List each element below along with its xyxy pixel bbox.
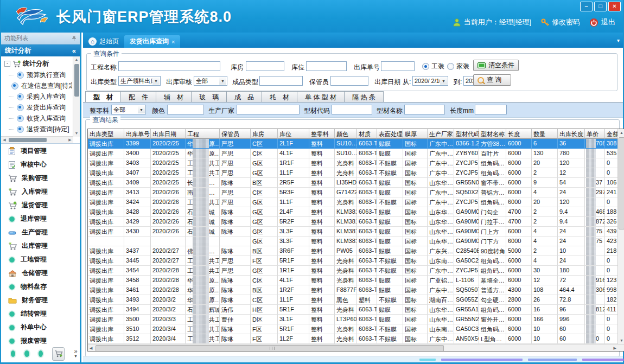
column-header[interactable]: 型材名称	[479, 129, 506, 139]
table-row[interactable]: 调拨出库34372020/2/27佛…陈琳B区3R6F整料PW056063-T5…	[88, 246, 624, 256]
color-input[interactable]	[167, 105, 204, 114]
table-row[interactable]: 调拨出库34582020/2/28华原…陈琳C区4L1F整料光身料6063-T5…	[88, 276, 624, 285]
tab-home[interactable]: ⌂ 起始页	[83, 35, 124, 48]
column-header[interactable]: 工程	[186, 129, 220, 139]
column-header[interactable]: 整零料	[309, 129, 335, 139]
maximize-button[interactable]: □	[594, 2, 607, 11]
table-row[interactable]: 调拨出库35122020/3/4工共工程陈琳F区1L2F整料光身料6063-T5…	[88, 334, 624, 344]
table-row[interactable]: 调拨出库35002020/3/3工共工程曹佳D区3L1F整料LT3P606063…	[88, 315, 624, 324]
sidebar-menu-item[interactable]: 退货管理	[1, 199, 80, 212]
module-dot-icon[interactable]	[24, 350, 29, 357]
column-header[interactable]: 出库类型	[88, 129, 124, 139]
sidebar-menu-item[interactable]: 补单中心	[1, 321, 80, 334]
product-type-input[interactable]	[259, 76, 303, 86]
column-header[interactable]: 库位	[278, 129, 309, 139]
sidebar-menu-item[interactable]: 出库管理	[1, 239, 80, 253]
table-row[interactable]: 调拨出库34282020/2/26石城陈琳G区2L4F整料KLM38176063…	[88, 207, 624, 217]
warehouse-input[interactable]	[246, 61, 284, 71]
table-row[interactable]: 调拨出库34452020/2/27工共工程严思F区5R1F整料光身料6063-T…	[88, 256, 624, 266]
table-row[interactable]: 调拨出库35102020/3/4工共工程陈琳F区5R1F整料光身料6063-T5…	[88, 324, 624, 334]
profile-code-input[interactable]	[332, 105, 372, 114]
grid-horizontal-scrollbar[interactable]: ◀ ▶	[88, 344, 624, 352]
column-header[interactable]: 颜色	[335, 129, 357, 139]
material-tab[interactable]: 耗 材	[262, 91, 297, 103]
tabbar-overflow-icon[interactable]: ▾	[617, 37, 623, 43]
column-header[interactable]: 出库单号	[124, 129, 151, 139]
material-tab[interactable]: 隔 热 条	[345, 91, 384, 103]
sidebar-menu-item[interactable]: 工地管理	[1, 253, 80, 266]
module-dot-icon[interactable]	[11, 350, 15, 357]
sidebar-overflow-button[interactable]: »▼	[74, 349, 78, 359]
chevrons-left-icon[interactable]: «	[72, 47, 76, 55]
tab-shipment-outbound-query[interactable]: 发货出库查询 ×	[124, 35, 180, 48]
column-header[interactable]: 出库日期	[151, 129, 186, 139]
tree-horizontal-scrollbar[interactable]: ◀ ▶	[1, 136, 73, 143]
table-row[interactable]: 调拨出库34072020/2/25工共工程严思G区1L1F整料光身料6063-T…	[88, 168, 624, 178]
whole-piece-select[interactable]: 全部▼	[111, 105, 146, 114]
radio-industrial[interactable]: 工装	[422, 62, 444, 71]
column-header[interactable]: 出库长度	[558, 129, 585, 139]
table-row[interactable]: 调拨出库34132020/2/26南…严思C区5R3F整料G714226063-…	[88, 188, 624, 197]
date-from-select[interactable]: 2020/ 2/16▼	[412, 76, 448, 86]
table-row[interactable]: 调拨出库34242020/2/26工共工程严思G区1L1F整料光身料6063-T…	[88, 197, 624, 207]
table-row[interactable]: 调拨出库34292020/2/26石城陈琳G区5R2F整料KLM38176063…	[88, 217, 624, 227]
sidebar-menu-item[interactable]: 审核中心	[1, 158, 80, 171]
material-tab[interactable]: 配 件	[121, 91, 156, 103]
logout-button[interactable]: 退出	[589, 17, 615, 27]
sidebar-menu-item[interactable]: 项目管理	[1, 144, 80, 158]
material-tab[interactable]: 成 品	[227, 91, 262, 103]
column-header[interactable]: 数量	[532, 129, 558, 139]
sidebar-menu-item[interactable]: 物料盘存	[1, 280, 80, 293]
minimize-button[interactable]: –	[580, 2, 593, 11]
material-tab[interactable]: 辅 材	[156, 91, 192, 103]
tree-item[interactable]: 收货入库查询	[9, 113, 72, 124]
table-row[interactable]: 调拨出库34092020/2/25长…陈琳B区2R5F整料LI35HD6063-…	[88, 178, 624, 188]
table-row[interactable]: 调拨出库34932020/3/2华原…陈琳C区1L1F整料黑色塑料不贴膜国标湖南…	[88, 295, 624, 305]
cart-module-button[interactable]	[52, 347, 65, 361]
table-row[interactable]: 调拨出库34612020/2/28华原…陈琳B区1R2F整料F8877FT606…	[88, 285, 624, 295]
profile-name-input[interactable]	[404, 105, 445, 114]
table-row[interactable]: 调拨出库34002020/2/25华原…严思C区4L1F整料SU10…6063-…	[88, 149, 624, 158]
outbound-type-select[interactable]: 生产领料出库▼	[118, 76, 161, 86]
radio-home-decor[interactable]: 家装	[447, 62, 469, 71]
material-tab[interactable]: 玻 璃	[192, 91, 227, 103]
sidebar-menu-item[interactable]: 采购管理	[1, 171, 80, 185]
column-header[interactable]: 保管员	[220, 129, 251, 139]
table-row[interactable]: 调拨出库33992020/2/25华原…严思C区2L1F整料SU10…6063-…	[88, 139, 624, 149]
tree-item[interactable]: 预算执行查询	[9, 69, 72, 80]
tab-close-icon[interactable]: ×	[171, 39, 175, 45]
column-header[interactable]: 金额	[605, 129, 618, 139]
column-header[interactable]: 库房	[251, 129, 278, 139]
column-header[interactable]: 生产厂家	[428, 129, 454, 139]
column-header[interactable]: 单价	[585, 129, 605, 139]
search-button[interactable]: 查 询	[473, 74, 511, 86]
keeper-input[interactable]	[330, 76, 368, 86]
material-tab[interactable]: 型 材	[85, 91, 121, 103]
length-input[interactable]	[475, 105, 507, 114]
column-header[interactable]: 材质	[357, 129, 377, 139]
sidebar-menu-item[interactable]: 生产管理	[1, 226, 80, 239]
grid-vertical-scrollbar[interactable]: ▲ ▼	[617, 129, 624, 344]
module-dot-icon[interactable]	[39, 350, 43, 357]
sidebar-menu-item[interactable]: 财务管理	[1, 293, 80, 307]
sidebar-menu-item[interactable]: 退库管理	[1, 212, 80, 226]
pin-icon[interactable]	[72, 36, 77, 41]
tree-item[interactable]: 发货出库查询	[9, 102, 72, 113]
sidebar-menu-item[interactable]: 仓储管理	[1, 266, 80, 280]
location-input[interactable]	[306, 61, 347, 71]
sidebar-menu-item[interactable]: 报废管理	[1, 334, 80, 348]
sidebar-section-header[interactable]: 统计分析 «	[1, 44, 80, 56]
sidebar-menu-item[interactable]: 入库管理	[1, 185, 80, 199]
material-tab[interactable]: 单 体 型 材	[297, 91, 345, 103]
column-header[interactable]: 型材代码	[454, 129, 479, 139]
table-row[interactable]: 调拨出库34542020/2/28工共工程严思G区1R1F整料光身料6063-T…	[88, 266, 624, 276]
outbound-no-input[interactable]	[381, 61, 415, 71]
tree-vertical-scrollbar[interactable]: ▲ ▼	[73, 56, 80, 137]
table-row[interactable]: G区3L3F整料KLM38176063-T5贴膜国标山东华…GA90M09.门下…	[88, 237, 624, 246]
clear-conditions-button[interactable]: 清空条件	[473, 60, 519, 71]
column-header[interactable]: 表面处理	[377, 129, 403, 139]
audit-select[interactable]: 全部▼	[194, 76, 227, 86]
column-header[interactable]: 膜厚	[403, 129, 428, 139]
table-row[interactable]: 调拨出库34032020/2/25工共工程严思G区1R1F整料光身料6063-T…	[88, 158, 624, 168]
tree-expander-icon[interactable]: -	[4, 61, 10, 67]
